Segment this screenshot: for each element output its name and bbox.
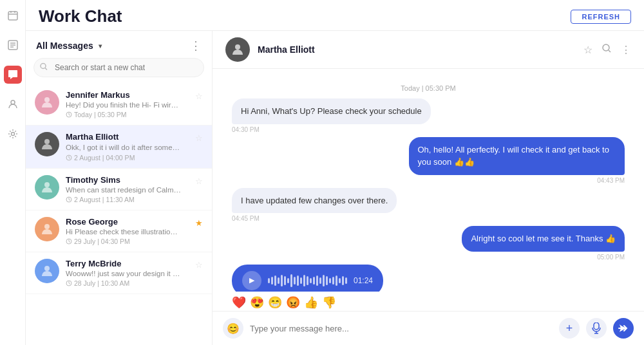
chat-time-timothy: 2 August | 11:30 AM [66,196,203,203]
more-header-icon[interactable]: ⋮ [621,44,631,56]
chat-header-name: Martha Elliott [258,44,583,55]
reaction-emoji[interactable]: 😍 [250,295,264,310]
chat-list-item-rose[interactable]: Rose George Hi Please check these illust… [26,210,212,252]
chat-preview-terry: Wooww!! just saw your design it is reall… [66,270,182,277]
message-time: 04:43 PM [597,177,625,184]
message-time: 05:00 PM [597,254,625,261]
message-time: 04:45 PM [232,215,260,222]
svg-line-31 [69,283,70,284]
message-time: 04:30 PM [232,126,260,133]
chat-list-item-timothy[interactable]: Timothy Sims When can start redesign of … [26,169,212,210]
dropdown-arrow-icon[interactable]: ▾ [99,42,102,50]
sidebar-title: All Messages ▾ [36,41,102,51]
chat-info-timothy: Timothy Sims When can start redesign of … [66,175,203,203]
search-input[interactable] [33,58,204,77]
reaction-emoji[interactable]: 😡 [286,295,300,310]
chat-name-rose: Rose George [66,217,203,227]
refresh-button[interactable]: REFRESH [571,10,631,24]
star-terry[interactable]: ☆ [195,260,203,270]
chat-header-avatar [225,37,250,62]
svg-line-27 [69,241,70,243]
reaction-emoji[interactable]: 👍 [304,295,318,310]
nav-bar [0,0,26,345]
svg-point-12 [44,97,50,102]
star-rose[interactable]: ★ [195,218,203,228]
svg-point-16 [44,139,50,144]
chat-list-item-terry[interactable]: Terry McBride Wooww!! just saw your desi… [26,252,212,294]
avatar-jennifer [35,90,59,115]
chat-preview-rose: Hi Please check these illustration for f… [66,228,182,236]
date-label: Today | 05:30 PM [232,84,625,92]
svg-point-20 [44,182,50,187]
body-area: All Messages ▾ ⋮ [26,31,644,345]
svg-line-23 [69,200,70,201]
microphone-button[interactable] [586,318,607,339]
reaction-emoji[interactable]: ❤️ [232,295,246,310]
search-icon [40,63,48,73]
svg-point-9 [11,133,14,136]
play-button[interactable]: ▶ [242,271,261,290]
svg-line-11 [45,68,47,70]
chat-header: Martha Elliott ☆ ⋮ [213,31,644,69]
star-martha[interactable]: ☆ [195,133,203,143]
message-row-m1: Hi Anni, What's Up? Please check your sc… [232,98,625,133]
chat-info-martha: Martha Elliott Okk, I got it i will do i… [66,132,203,162]
chat-list-item-martha[interactable]: Martha Elliott Okk, I got it i will do i… [26,126,212,169]
message-row-m2: Oh, hello! All perfectly. I will check i… [232,137,625,184]
svg-point-24 [44,224,50,229]
voice-message: ▶ 01:24 [232,265,383,292]
reaction-emoji[interactable]: 👎 [322,295,336,310]
emoji-button[interactable]: 😊 [223,318,243,339]
reaction-emoji[interactable]: 😁 [268,295,282,310]
svg-rect-35 [594,322,599,330]
messages-area: Today | 05:30 PM Hi Anni, What's Up? Ple… [213,69,644,292]
message-bubble: Alright so cool let me see it. Thanks 👍 [462,226,625,252]
search-bar [33,58,204,77]
svg-line-15 [69,115,70,116]
chat-preview-jennifer: Hey! Did you finish the Hi- Fi wireframe… [66,101,182,109]
send-button[interactable] [613,318,634,339]
star-jennifer[interactable]: ☆ [195,91,203,101]
chat-info-rose: Rose George Hi Please check these illust… [66,217,203,245]
search-header-icon[interactable] [601,43,612,56]
todo-icon[interactable] [4,36,22,54]
star-timothy[interactable]: ☆ [195,176,203,186]
sidebar-menu-icon[interactable]: ⋮ [190,39,202,53]
avatar-rose [35,217,59,241]
chat-info-jennifer: Jennifer Markus Hey! Did you finish the … [66,90,203,118]
message-input[interactable] [250,324,553,333]
chat-list-item-jennifer[interactable]: Jennifer Markus Hey! Did you finish the … [26,84,212,126]
chat-time-martha: 2 August | 04:00 PM [66,154,203,162]
svg-point-10 [41,64,46,69]
waveform [268,274,347,287]
app-header: Work Chat REFRESH [26,0,644,31]
avatar-terry [35,259,59,283]
input-area: 😊 + [213,311,644,345]
chat-list: Jennifer Markus Hey! Did you finish the … [26,84,212,345]
chat-info-terry: Terry McBride Wooww!! just saw your desi… [66,259,203,287]
chat-name-jennifer: Jennifer Markus [66,90,203,100]
reactions-row: ❤️😍😁😡👍👎 [213,295,644,310]
chat-area: Martha Elliott ☆ ⋮ Today | 05:30 PM Hi A… [213,31,644,345]
settings-icon[interactable] [4,125,22,143]
chat-name-timothy: Timothy Sims [66,175,203,185]
svg-line-19 [69,158,70,159]
message-row-voice: ▶ 01:24 05:08 PM [232,265,625,292]
chat-name-terry: Terry McBride [66,259,203,268]
chat-icon[interactable] [4,66,22,84]
avatar-martha [35,132,59,156]
star-header-icon[interactable]: ☆ [583,44,592,56]
user-icon[interactable] [4,95,22,113]
message-bubble: I have updated few changes over there. [232,188,397,214]
sidebar: All Messages ▾ ⋮ [26,31,213,345]
calendar-icon[interactable] [4,6,22,24]
chat-preview-martha: Okk, I got it i will do it after some ti… [66,143,182,152]
add-attachment-button[interactable]: + [559,318,580,339]
content-area: Work Chat REFRESH All Messages ▾ ⋮ [26,0,644,345]
chat-time-jennifer: Today | 05:30 PM [66,111,203,118]
message-bubble: Oh, hello! All perfectly. I will check i… [409,137,625,175]
svg-point-33 [603,44,609,51]
chat-time-terry: 28 July | 10:30 AM [66,279,203,287]
sidebar-header: All Messages ▾ ⋮ [26,31,212,58]
svg-point-8 [11,100,15,104]
